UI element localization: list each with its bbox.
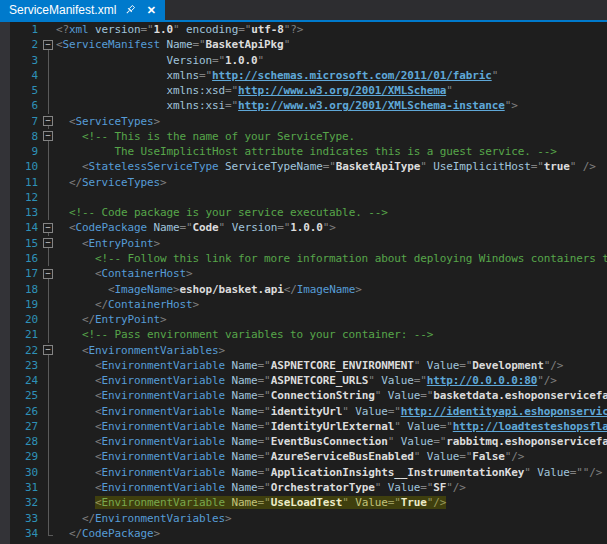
code-text: <!-- Pass environment variables to your … [56, 327, 607, 342]
fold-margin [42, 526, 56, 541]
fold-margin[interactable]: − [42, 236, 56, 251]
code-line[interactable]: 4 xmlns="http://schemas.microsoft.com/20… [0, 68, 607, 83]
fold-margin [42, 205, 56, 220]
line-number: 8 [0, 129, 42, 144]
code-line[interactable]: 7− <ServiceTypes> [0, 114, 607, 129]
code-line[interactable]: 29 <EnvironmentVariable Name="AzureServi… [0, 449, 607, 464]
fold-collapse-icon[interactable]: − [43, 269, 53, 279]
line-number: 20 [0, 312, 42, 327]
fold-collapse-icon[interactable]: − [43, 238, 53, 248]
code-text: xmlns:xsi="http://www.w3.org/2001/XMLSch… [56, 98, 607, 113]
line-number: 14 [0, 220, 42, 235]
code-line[interactable]: 3 Version="1.0.0" [0, 53, 607, 68]
code-line[interactable]: 17− <ContainerHost> [0, 266, 607, 281]
fold-margin [42, 297, 56, 312]
code-line[interactable]: 6 xmlns:xsi="http://www.w3.org/2001/XMLS… [0, 98, 607, 113]
code-text: <EnvironmentVariable Name="ASPNETCORE_EN… [56, 358, 607, 373]
code-line[interactable]: 26 <EnvironmentVariable Name="identityUr… [0, 404, 607, 419]
fold-margin [42, 83, 56, 98]
fold-margin [42, 190, 56, 205]
code-text: <!-- This is the name of your ServiceTyp… [56, 129, 607, 144]
fold-margin[interactable]: − [42, 129, 56, 144]
code-text: <EntryPoint> [56, 236, 607, 251]
fold-margin [42, 449, 56, 464]
tab-bar: ServiceManifest.xml ✕ [0, 0, 607, 20]
code-line[interactable]: 12 [0, 190, 607, 205]
line-number: 6 [0, 98, 42, 113]
code-line[interactable]: 8− <!-- This is the name of your Service… [0, 129, 607, 144]
code-line[interactable]: 27 <EnvironmentVariable Name="IdentityUr… [0, 419, 607, 434]
code-text: </EntryPoint> [56, 312, 607, 327]
line-number: 3 [0, 53, 42, 68]
fold-collapse-icon[interactable]: − [43, 223, 53, 233]
code-text: </ContainerHost> [56, 297, 607, 312]
fold-collapse-icon[interactable]: − [43, 131, 53, 141]
code-line[interactable]: 11 </ServiceTypes> [0, 175, 607, 190]
fold-margin [42, 282, 56, 297]
code-text: <CodePackage Name="Code" Version="1.0.0"… [56, 220, 607, 235]
code-text: The UseImplicitHost attribute indicates … [56, 144, 607, 159]
code-text: </ServiceTypes> [56, 175, 607, 190]
code-text: <EnvironmentVariable Name="EventBusConne… [56, 434, 607, 449]
fold-collapse-icon[interactable]: − [43, 345, 53, 355]
fold-margin[interactable]: − [42, 220, 56, 235]
code-line[interactable]: 20 </EntryPoint> [0, 312, 607, 327]
code-line[interactable]: 14− <CodePackage Name="Code" Version="1.… [0, 220, 607, 235]
code-text: </CodePackage> [56, 526, 607, 541]
code-line[interactable]: 9 The UseImplicitHost attribute indicate… [0, 144, 607, 159]
code-text: <EnvironmentVariable Name="ApplicationIn… [56, 465, 607, 480]
code-line[interactable]: 23 <EnvironmentVariable Name="ASPNETCORE… [0, 358, 607, 373]
line-number: 4 [0, 68, 42, 83]
code-text: <EnvironmentVariable Name="AzureServiceB… [56, 449, 607, 464]
code-line[interactable]: 5 xmlns:xsd="http://www.w3.org/2001/XMLS… [0, 83, 607, 98]
code-text: <ServiceManifest Name="BasketApiPkg" [56, 37, 607, 52]
tab-servicemanifest[interactable]: ServiceManifest.xml ✕ [0, 0, 165, 20]
editor[interactable]: 1<?xml version="1.0" encoding="utf-8"?>2… [0, 22, 607, 544]
fold-margin [42, 144, 56, 159]
code-line[interactable]: 28 <EnvironmentVariable Name="EventBusCo… [0, 434, 607, 449]
fold-margin[interactable]: − [42, 37, 56, 52]
code-line[interactable]: 25 <EnvironmentVariable Name="Connection… [0, 388, 607, 403]
fold-margin [42, 68, 56, 83]
line-number: 30 [0, 465, 42, 480]
line-number: 29 [0, 449, 42, 464]
code-text [56, 190, 607, 205]
code-text: Version="1.0.0" [56, 53, 607, 68]
code-line[interactable]: 24 <EnvironmentVariable Name="ASPNETCORE… [0, 373, 607, 388]
fold-margin[interactable]: − [42, 114, 56, 129]
code-line[interactable]: 18 <ImageName>eshop/basket.api</ImageNam… [0, 282, 607, 297]
line-number: 18 [0, 282, 42, 297]
code-line[interactable]: 10 <StatelessServiceType ServiceTypeName… [0, 159, 607, 174]
code-line[interactable]: 31 <EnvironmentVariable Name="Orchestrat… [0, 480, 607, 495]
code-line[interactable]: 1<?xml version="1.0" encoding="utf-8"?> [0, 22, 607, 37]
line-number: 22 [0, 343, 42, 358]
code-line[interactable]: 22− <EnvironmentVariables> [0, 343, 607, 358]
fold-margin[interactable]: − [42, 266, 56, 281]
code-line[interactable]: 34 </CodePackage> [0, 526, 607, 541]
line-number: 7 [0, 114, 42, 129]
fold-margin [42, 373, 56, 388]
fold-margin [42, 388, 56, 403]
code-text: <EnvironmentVariable Name="UseLoadTest" … [56, 495, 607, 510]
code-text: <ImageName>eshop/basket.api</ImageName> [56, 282, 607, 297]
code-text: </EnvironmentVariables> [56, 511, 607, 526]
fold-margin [42, 22, 56, 37]
pin-icon[interactable] [123, 3, 137, 17]
code-text: <ServiceTypes> [56, 114, 607, 129]
code-line[interactable]: 2−<ServiceManifest Name="BasketApiPkg" [0, 37, 607, 52]
code-line[interactable]: 15− <EntryPoint> [0, 236, 607, 251]
fold-margin[interactable]: − [42, 343, 56, 358]
code-line[interactable]: 19 </ContainerHost> [0, 297, 607, 312]
line-number: 11 [0, 175, 42, 190]
code-line[interactable]: 16 <!-- Follow this link for more inform… [0, 251, 607, 266]
fold-collapse-icon[interactable]: − [43, 40, 53, 50]
code-text: <EnvironmentVariable Name="IdentityUrlEx… [56, 419, 607, 434]
code-line[interactable]: 33 </EnvironmentVariables> [0, 511, 607, 526]
code-line[interactable]: 21 <!-- Pass environment variables to yo… [0, 327, 607, 342]
code-text: <!-- Follow this link for more informati… [56, 251, 607, 266]
fold-collapse-icon[interactable]: − [43, 116, 53, 126]
close-icon[interactable]: ✕ [144, 3, 158, 17]
code-line[interactable]: 32 <EnvironmentVariable Name="UseLoadTes… [0, 495, 607, 510]
code-line[interactable]: 30 <EnvironmentVariable Name="Applicatio… [0, 465, 607, 480]
code-line[interactable]: 13 <!-- Code package is your service exe… [0, 205, 607, 220]
